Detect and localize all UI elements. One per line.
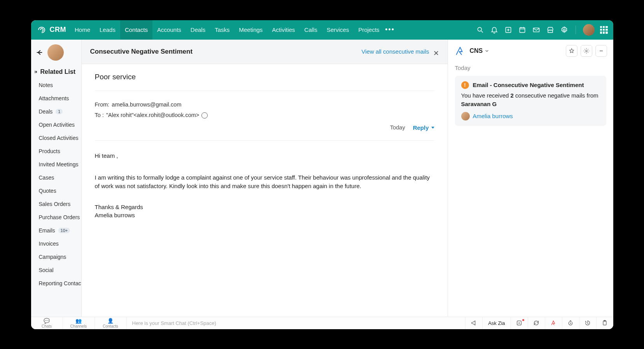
view-all-link[interactable]: View all consecutive mails — [362, 48, 429, 55]
email-panel: Consecutive Negative Sentiment View all … — [82, 40, 448, 317]
store-icon[interactable] — [546, 26, 555, 34]
nav-right — [476, 24, 608, 36]
calendar-icon[interactable] — [518, 26, 527, 34]
sidebar-item-products[interactable]: Products — [31, 145, 81, 158]
star-icon[interactable] — [566, 45, 578, 57]
back-arrow-icon[interactable] — [35, 48, 44, 57]
gear-icon[interactable] — [560, 26, 569, 34]
user-avatar[interactable] — [583, 24, 595, 36]
separator — [576, 26, 576, 34]
nav-contacts[interactable]: Contacts — [120, 20, 152, 40]
nav-calls[interactable]: Calls — [300, 20, 322, 40]
brand[interactable]: CRM — [37, 25, 66, 35]
signature: Thanks & Regards Amelia burrows — [95, 203, 434, 219]
history-icon[interactable] — [579, 317, 596, 329]
email-body: Hi team , I am writing this to formally … — [95, 152, 434, 219]
body-para: I am writing this to formally lodge a co… — [95, 173, 434, 190]
bb-channels[interactable]: 👥Channels — [63, 317, 95, 329]
nav-items: Home Leads Contacts Accounts Deals Tasks… — [70, 20, 396, 40]
nav-meetings[interactable]: Meetings — [234, 20, 268, 40]
bb-chats[interactable]: 💬Chats — [31, 317, 63, 329]
contact-mini-avatar — [461, 112, 470, 120]
chevron-down-icon — [431, 127, 434, 129]
sidebar-item-cases[interactable]: Cases — [31, 171, 81, 184]
collapse-icon[interactable] — [34, 70, 38, 74]
nav-accounts[interactable]: Accounts — [152, 20, 186, 40]
email-panel-header: Consecutive Negative Sentiment View all … — [82, 40, 448, 64]
sidebar-list: Notes Attachments Deals1 Open Activities… — [31, 79, 81, 290]
sidebar: Related List Notes Attachments Deals1 Op… — [31, 40, 82, 317]
sidebar-item-social[interactable]: Social — [31, 263, 81, 277]
apps-grid-icon[interactable] — [600, 26, 608, 34]
nav-projects[interactable]: Projects — [354, 20, 384, 40]
contact-avatar[interactable] — [47, 44, 64, 61]
mail-icon[interactable] — [532, 26, 541, 34]
zia-body: Today ! Email - Consecutive Negative Sen… — [448, 62, 613, 128]
svg-point-4 — [563, 29, 565, 31]
clock-icon[interactable] — [562, 317, 579, 329]
clipboard-icon[interactable] — [596, 317, 613, 329]
greeting: Hi team , — [95, 152, 434, 160]
add-icon[interactable] — [504, 26, 513, 34]
sidebar-profile — [31, 40, 81, 65]
zia-title[interactable]: CNS — [470, 47, 489, 54]
minimize-icon[interactable] — [595, 45, 607, 57]
svg-point-6 — [586, 50, 587, 52]
contacts-icon: 👤 — [107, 318, 114, 324]
nav-home[interactable]: Home — [70, 20, 95, 40]
chevron-down-icon — [485, 49, 489, 53]
sentiment-icon[interactable] — [201, 112, 208, 119]
nav-deals[interactable]: Deals — [186, 20, 210, 40]
sidebar-item-sales-orders[interactable]: Sales Orders — [31, 197, 81, 211]
email-date: Today — [390, 122, 405, 133]
zia-card-title: Email - Consecutive Negative Sentiment — [473, 82, 584, 88]
sidebar-item-deals[interactable]: Deals1 — [31, 105, 81, 118]
sidebar-item-emails[interactable]: Emails10+ — [31, 224, 81, 237]
panel-title: Consecutive Negative Sentiment — [90, 48, 193, 56]
sidebar-item-reporting-contacts[interactable]: Reporting Contacts — [31, 277, 81, 290]
sidebar-item-quotes[interactable]: Quotes — [31, 184, 81, 197]
nav-activities[interactable]: Activities — [267, 20, 299, 40]
sidebar-item-purchase-orders[interactable]: Purchase Orders — [31, 211, 81, 224]
zia-card[interactable]: ! Email - Consecutive Negative Sentiment… — [455, 76, 606, 126]
zia-card-header: ! Email - Consecutive Negative Sentiment — [461, 81, 600, 89]
zia-alert-icon[interactable] — [545, 317, 562, 329]
sidebar-heading-text: Related List — [40, 68, 76, 75]
sidebar-item-open-activities[interactable]: Open Activities — [31, 118, 81, 131]
channels-icon: 👥 — [75, 318, 82, 324]
signals-icon[interactable] — [511, 317, 528, 329]
zia-card-text: You have received 2 consecutive negative… — [461, 91, 600, 109]
zia-header: CNS — [448, 40, 613, 62]
warning-icon: ! — [461, 81, 469, 89]
to-row: To : "Alex rohit"<alex.rohit@outlook.com… — [95, 110, 434, 121]
from-row: From: amelia.burrows@gmail.com — [95, 99, 434, 110]
smartchat-input[interactable]: Here is your Smart Chat (Ctrl+Space) — [127, 320, 466, 326]
chat-icon: 💬 — [44, 318, 50, 324]
search-icon[interactable] — [476, 26, 485, 34]
nav-services[interactable]: Services — [322, 20, 354, 40]
settings-icon[interactable] — [581, 45, 592, 57]
sidebar-item-notes[interactable]: Notes — [31, 79, 81, 92]
ask-zia-button[interactable]: Ask Zia — [482, 317, 510, 329]
bell-icon[interactable] — [490, 26, 499, 34]
nav-more-icon[interactable]: ••• — [384, 26, 396, 34]
refresh-icon[interactable] — [528, 317, 545, 329]
zia-controls — [566, 45, 607, 57]
announce-icon[interactable] — [465, 317, 482, 329]
email-content: Poor service From: amelia.burrows@gmail.… — [82, 64, 448, 317]
nav-tasks[interactable]: Tasks — [210, 20, 234, 40]
badge: 10+ — [58, 228, 70, 233]
bb-contacts[interactable]: 👤Contacts — [95, 317, 127, 329]
sidebar-item-attachments[interactable]: Attachments — [31, 92, 81, 105]
zia-icon — [454, 45, 466, 57]
svg-rect-5 — [35, 70, 35, 73]
sidebar-item-campaigns[interactable]: Campaigns — [31, 250, 81, 263]
sidebar-item-invited-meetings[interactable]: Invited Meetings — [31, 158, 81, 171]
close-icon[interactable]: ✕ — [433, 49, 439, 58]
nav-leads[interactable]: Leads — [95, 20, 120, 40]
top-nav: CRM Home Leads Contacts Accounts Deals T… — [31, 20, 613, 40]
contact-link[interactable]: Amelia burrows — [473, 113, 513, 119]
sidebar-item-invoices[interactable]: Invoices — [31, 237, 81, 250]
sidebar-item-closed-activities[interactable]: Closed Activities — [31, 131, 81, 145]
reply-button[interactable]: Reply — [413, 122, 434, 134]
